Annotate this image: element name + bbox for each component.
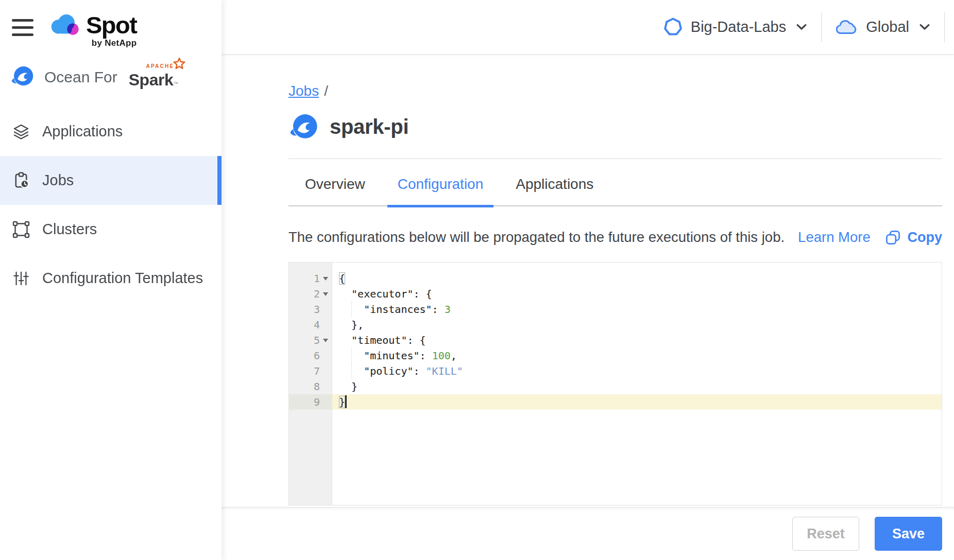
- code-line: "policy": "KILL": [332, 363, 942, 379]
- spot-logo[interactable]: Spot by NetApp: [48, 12, 137, 48]
- page-title: spark-pi: [330, 115, 408, 138]
- sidebar: Spot by NetApp Ocean For APACHE Spark™ A…: [0, 0, 222, 560]
- fold-spacer: [320, 348, 331, 363]
- tab-label: Configuration: [398, 176, 484, 192]
- ocean-wave-icon: [10, 66, 34, 89]
- gutter-cell: 8: [289, 379, 332, 394]
- sidebar-nav: ApplicationsJobsClustersConfiguration Te…: [0, 107, 222, 303]
- sliders-icon: [12, 269, 30, 288]
- tab-applications[interactable]: Applications: [505, 176, 604, 207]
- code-token: "policy":: [339, 365, 426, 377]
- selected-indicator: [217, 156, 222, 205]
- code-token: "timeout": {: [339, 334, 426, 346]
- reset-button[interactable]: Reset: [792, 517, 859, 551]
- fold-arrow-icon[interactable]: [320, 271, 331, 286]
- fold-arrow-icon[interactable]: [320, 286, 331, 302]
- code-token: "KILL": [426, 365, 463, 377]
- code-line: },: [332, 317, 942, 332]
- gutter-cell: 4: [289, 317, 332, 332]
- tab-configuration[interactable]: Configuration: [387, 176, 494, 207]
- divider: [944, 12, 945, 42]
- tab-label: Applications: [516, 176, 593, 192]
- brand-name: Spot: [86, 12, 137, 38]
- editor-line[interactable]: 1{: [289, 271, 942, 286]
- save-button[interactable]: Save: [875, 517, 942, 551]
- gutter-cell: 6: [289, 348, 332, 363]
- line-number: 7: [314, 365, 320, 377]
- code-line: {: [332, 271, 942, 286]
- json-code-editor[interactable]: 1{2 "executor": {3 "instances": 34 },5 "…: [288, 262, 942, 505]
- fold-arrow-icon[interactable]: [320, 332, 331, 348]
- gutter-cell: 3: [289, 302, 332, 317]
- scope-picker[interactable]: Global: [836, 19, 930, 36]
- org-picker[interactable]: Big-Data-Labs: [663, 18, 807, 37]
- copy-label: Copy: [908, 230, 943, 246]
- text-cursor: [345, 395, 347, 408]
- line-number: 1: [314, 272, 320, 285]
- code-line: "instances": 3: [332, 302, 942, 317]
- hamburger-menu-icon[interactable]: [12, 19, 33, 36]
- fold-spacer: [320, 394, 331, 410]
- layers-icon: [12, 122, 30, 141]
- code-line: }: [332, 394, 942, 410]
- editor-line[interactable]: 9}: [289, 394, 942, 410]
- gutter-cell: 9: [289, 394, 332, 410]
- tabs: OverviewConfigurationApplications: [288, 159, 942, 206]
- editor-line[interactable]: 2 "executor": {: [289, 286, 942, 302]
- code-token: }: [339, 396, 345, 408]
- apache-spark-logo: APACHE Spark™: [129, 65, 178, 90]
- editor-line[interactable]: 8 }: [289, 379, 942, 394]
- editor-line[interactable]: 4 },: [289, 317, 942, 332]
- spark-star-icon: [172, 57, 186, 74]
- main-content: Jobs / spark-pi OverviewConfigurationApp…: [222, 55, 954, 507]
- product-ocean-for-spark[interactable]: Ocean For APACHE Spark™: [10, 63, 178, 92]
- code-token: 100: [432, 349, 451, 362]
- scope-name: Global: [866, 19, 909, 36]
- gutter-cell: 5: [289, 332, 332, 348]
- code-token: 3: [445, 303, 451, 316]
- code-token: },: [339, 319, 364, 331]
- fold-spacer: [320, 302, 331, 317]
- line-number: 3: [314, 303, 320, 316]
- line-number: 2: [314, 288, 320, 300]
- sidebar-item-label: Jobs: [42, 172, 74, 189]
- org-name: Big-Data-Labs: [691, 19, 786, 36]
- heptagon-icon: [663, 18, 683, 37]
- line-number: 4: [314, 319, 320, 331]
- title-row: spark-pi: [288, 110, 942, 143]
- fold-spacer: [320, 363, 331, 379]
- top-bar: Big-Data-Labs Global: [222, 0, 954, 55]
- code-token: ,: [451, 349, 457, 362]
- line-number: 8: [314, 380, 320, 393]
- sidebar-item-configuration-templates[interactable]: Configuration Templates: [0, 254, 222, 303]
- code-line: "executor": {: [332, 286, 942, 302]
- gutter-cell: 1: [289, 271, 332, 286]
- brand-byline: by NetApp: [86, 38, 137, 48]
- learn-more-link[interactable]: Learn More: [798, 229, 871, 246]
- tab-overview[interactable]: Overview: [295, 176, 376, 207]
- tab-label: Overview: [305, 176, 365, 192]
- editor-line[interactable]: 6 "minutes": 100,: [289, 348, 942, 363]
- sidebar-item-label: Clusters: [42, 221, 97, 238]
- line-number: 9: [314, 396, 320, 408]
- fold-spacer: [320, 379, 331, 394]
- editor-line[interactable]: 7 "policy": "KILL": [289, 363, 942, 379]
- sidebar-item-jobs[interactable]: Jobs: [0, 156, 222, 205]
- description-row: The configurations below will be propaga…: [288, 229, 942, 246]
- product-prefix: Ocean For: [44, 68, 117, 86]
- copy-button[interactable]: Copy: [885, 230, 943, 246]
- footer-bar: Reset Save: [222, 507, 954, 560]
- editor-line[interactable]: 3 "instances": 3: [289, 302, 942, 317]
- spark-wordmark: Spark: [129, 71, 173, 89]
- editor-line[interactable]: 5 "timeout": {: [289, 332, 942, 348]
- divider: [821, 12, 822, 42]
- breadcrumb-jobs-link[interactable]: Jobs: [288, 83, 319, 99]
- chevron-down-icon: [796, 24, 807, 30]
- sidebar-item-applications[interactable]: Applications: [0, 107, 222, 156]
- code-token: {: [339, 272, 345, 285]
- code-token: }: [339, 380, 357, 393]
- configuration-description: The configurations below will be propaga…: [288, 229, 785, 246]
- code-token: "minutes":: [339, 349, 432, 362]
- editor-lines: 1{2 "executor": {3 "instances": 34 },5 "…: [289, 262, 942, 410]
- sidebar-item-clusters[interactable]: Clusters: [0, 205, 222, 254]
